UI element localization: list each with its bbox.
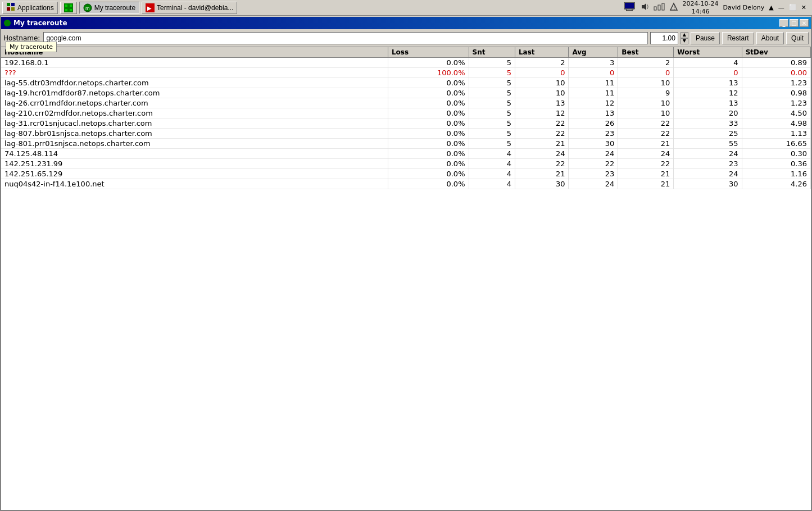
table-cell: 22	[515, 129, 569, 139]
table-cell: 11	[569, 78, 618, 88]
table-row: 74.125.48.1140.0%4242424240.30	[1, 149, 811, 159]
table-cell: 12	[674, 88, 742, 98]
table-cell: 4	[469, 159, 515, 169]
table-cell: 24	[674, 149, 742, 159]
header-row: Hostname Loss Snt Last Avg Best Worst St…	[1, 47, 811, 58]
table-row: nuq04s42-in-f14.1e100.net0.0%4302421304.…	[1, 179, 811, 189]
applications-label: Applications	[17, 4, 54, 12]
table-row: 142.251.65.1290.0%4212321241.16	[1, 169, 811, 179]
monitor-icon	[624, 2, 636, 13]
content-area: Hostname Loss Snt Last Avg Best Worst St…	[1, 47, 811, 498]
close-button[interactable]: ✕	[800, 19, 809, 27]
table-cell: 25	[674, 129, 742, 139]
interval-input[interactable]	[650, 32, 678, 44]
table-cell: 0.0%	[388, 98, 469, 108]
pause-button[interactable]: Pause	[691, 32, 720, 44]
svg-rect-1	[11, 3, 15, 6]
restart-button[interactable]: Restart	[722, 32, 754, 44]
chevron-up-icon: ▲	[769, 4, 773, 11]
table-cell: 55	[674, 139, 742, 149]
table-cell: 0.0%	[388, 118, 469, 129]
table-cell: 4	[674, 58, 742, 68]
close-all-icon: ✕	[801, 4, 806, 11]
table-cell: 0.36	[742, 159, 810, 169]
about-button[interactable]: About	[756, 32, 784, 44]
spin-down-button[interactable]: ▼	[681, 38, 688, 44]
svg-rect-5	[65, 4, 67, 7]
table-cell: lag-801.prr01snjsca.netops.charter.com	[1, 139, 388, 149]
notification-icon: !	[669, 2, 678, 13]
table-cell: 12	[515, 108, 569, 118]
table-cell: lag-55.dtr03mdfdor.netops.charter.com	[1, 78, 388, 88]
hostname-input[interactable]	[43, 32, 648, 44]
table-cell: 10	[515, 78, 569, 88]
table-cell: 5	[469, 88, 515, 98]
table-cell: 0.00	[742, 68, 810, 78]
svg-rect-6	[70, 4, 72, 7]
title-left: My traceroute	[3, 19, 67, 27]
applications-menu[interactable]: Applications	[2, 2, 58, 14]
header-stdev: StDev	[742, 47, 810, 58]
svg-rect-20	[654, 7, 656, 10]
table-cell: lag-210.crr02mdfdor.netops.charter.com	[1, 108, 388, 118]
table-cell: 10	[618, 98, 674, 108]
quit-button[interactable]: Quit	[786, 32, 809, 44]
table-cell: 23	[674, 159, 742, 169]
date-label: 2024-10-24	[683, 0, 719, 7]
table-cell: 16.65	[742, 139, 810, 149]
terminal-task-label: Terminal - david@debia...	[157, 4, 233, 12]
window-icon	[3, 19, 11, 27]
table-cell: 9	[618, 88, 674, 98]
table-cell: 24	[569, 179, 618, 189]
trace-table: Hostname Loss Snt Last Avg Best Worst St…	[1, 47, 811, 189]
applications-icon	[6, 2, 15, 13]
table-cell: 4	[469, 149, 515, 159]
table-header: Hostname Loss Snt Last Avg Best Worst St…	[1, 47, 811, 58]
table-cell: 30	[674, 179, 742, 189]
hostname-label: Hostname:	[3, 34, 40, 42]
table-row: lag-807.bbr01snjsca.netops.charter.com0.…	[1, 129, 811, 139]
title-controls: _ □ ✕	[779, 19, 809, 27]
header-best: Best	[618, 47, 674, 58]
table-cell: 1.23	[742, 98, 810, 108]
table-cell: 5	[469, 118, 515, 129]
tooltip-text: My traceroute	[10, 43, 53, 51]
table-cell: 5	[469, 139, 515, 149]
svg-text:▶: ▶	[147, 5, 152, 11]
spin-up-button[interactable]: ▲	[681, 32, 688, 38]
table-cell: 13	[674, 98, 742, 108]
table-cell: 22	[618, 118, 674, 129]
table-cell: 5	[469, 129, 515, 139]
tooltip: My traceroute	[6, 42, 57, 52]
svg-text:!: !	[673, 5, 675, 11]
table-cell: 4.50	[742, 108, 810, 118]
table-row: lag-210.crr02mdfdor.netops.charter.com0.…	[1, 108, 811, 118]
table-cell: 26	[569, 118, 618, 129]
volume-icon: )	[640, 2, 649, 13]
table-cell: 30	[515, 179, 569, 189]
table-cell: 0	[674, 68, 742, 78]
table-cell: 5	[469, 58, 515, 68]
app-small-icon	[64, 3, 73, 12]
svg-text:): )	[647, 4, 648, 10]
table-cell: 22	[515, 159, 569, 169]
app-icon-btn[interactable]	[60, 2, 77, 14]
table-cell: 22	[569, 159, 618, 169]
traceroute-task-button[interactable]: m My traceroute	[79, 2, 139, 14]
table-cell: 10	[515, 88, 569, 98]
table-cell: 12	[569, 98, 618, 108]
table-row: ???100.0%500000.00	[1, 68, 811, 78]
terminal-task-button[interactable]: ▶ Terminal - david@debia...	[142, 2, 237, 14]
table-cell: 4.98	[742, 118, 810, 129]
maximize-button[interactable]: □	[790, 19, 799, 27]
table-row: lag-19.hcr01mdfdor87.netops.charter.com0…	[1, 88, 811, 98]
traceroute-task-label: My traceroute	[94, 4, 135, 12]
table-cell: nuq04s42-in-f14.1e100.net	[1, 179, 388, 189]
table-cell: lag-26.crr01mdfdor.netops.charter.com	[1, 98, 388, 108]
user-label: David Delony	[723, 4, 765, 11]
minimize-all-icon: —	[778, 4, 784, 11]
table-cell: lag-31.rcr01snjucacl.netops.charter.com	[1, 118, 388, 129]
main-window: My traceroute _ □ ✕ My traceroute Hostna…	[0, 16, 812, 511]
table-cell: 24	[569, 149, 618, 159]
minimize-button[interactable]: _	[779, 19, 788, 27]
